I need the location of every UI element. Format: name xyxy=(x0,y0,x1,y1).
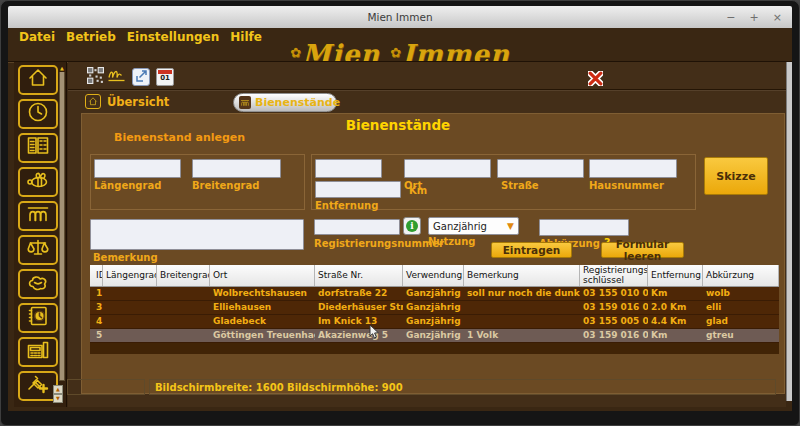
cell: Km xyxy=(648,329,703,342)
cell: Ganzjährig xyxy=(403,287,464,300)
cell: Göttingen Treuenhagen xyxy=(210,329,315,342)
sidebar-journal-button[interactable] xyxy=(18,303,58,333)
calendar-icon: 01 xyxy=(158,70,172,84)
close-button[interactable]: × xyxy=(773,11,782,24)
scroll-up-icon[interactable]: ▲ xyxy=(59,65,65,72)
window-controls: − + × xyxy=(726,6,782,28)
sidebar-scrollbar[interactable]: ▲ xyxy=(59,65,65,381)
cell: Ganzjährig xyxy=(403,329,464,342)
formular-leeren-button[interactable]: Formular leeren xyxy=(601,242,684,258)
sidebar-scale-button[interactable] xyxy=(18,235,58,265)
signature-button[interactable] xyxy=(108,68,126,86)
sidebar-medical-button[interactable] xyxy=(18,371,58,401)
apiary-stand-icon xyxy=(25,202,51,230)
app-window: Mien Immen − + × Datei Betrieb Einstellu… xyxy=(0,0,800,426)
laengengrad-label: Längengrad xyxy=(94,180,161,191)
tab-bienenstaende[interactable]: Bienenstände xyxy=(233,93,337,112)
sidebar-report-button[interactable] xyxy=(18,133,58,163)
eintragen-button[interactable]: Eintragen xyxy=(491,242,572,258)
qr-code-button[interactable] xyxy=(86,68,104,86)
bienenstaende-panel: Bienenstände Bienenstand anlegen Längeng… xyxy=(81,113,785,394)
platz-input[interactable] xyxy=(315,159,382,178)
bemerkung-label: Bemerkung xyxy=(93,252,158,263)
cell xyxy=(157,315,210,328)
home-icon xyxy=(25,66,51,94)
col-header-strasse: Straße Nr. xyxy=(315,265,403,286)
col-header-abkuerzung: Abkürzung xyxy=(703,265,779,286)
table-row[interactable]: 3 Elliehausen Diederhäuser Str. 16a Ganz… xyxy=(90,301,779,315)
tab-bar: Übersicht Bienenstände xyxy=(68,91,786,115)
sidebar-swarm-button[interactable] xyxy=(18,269,58,299)
abkuerzung-input[interactable] xyxy=(539,219,629,236)
table-row[interactable]: 1 Wolbrechtshausen dorfstraße 22 Ganzjäh… xyxy=(90,287,779,301)
breitengrad-label: Breitengrad xyxy=(192,180,259,191)
mouse-cursor xyxy=(369,324,381,344)
col-header-id: ID xyxy=(90,265,103,286)
chevron-down-icon: ▼ xyxy=(507,221,514,231)
strasse-input[interactable] xyxy=(497,159,584,178)
info-icon: i xyxy=(406,220,418,232)
col-header-laengengrad: Längengrad xyxy=(103,265,157,286)
minimize-button[interactable]: − xyxy=(726,11,735,24)
table-header-row: ID Längengrad Breitengrad Ort Straße Nr.… xyxy=(90,265,779,287)
cell xyxy=(157,287,210,300)
table-row-selected[interactable]: 5 Göttingen Treuenhagen Akazienweg 5 Gan… xyxy=(90,329,779,343)
registrierungsnummer-input[interactable] xyxy=(314,219,400,235)
main-area: 01 Übersicht Bienenstände xyxy=(68,62,786,407)
syringe-plus-icon xyxy=(25,372,51,400)
cell: 4.4 Km xyxy=(648,315,703,328)
entfernung-input[interactable] xyxy=(315,181,401,198)
sidebar-bee-button[interactable] xyxy=(18,167,58,197)
window-title: Mien Immen xyxy=(367,11,432,23)
cell: Ganzjährig xyxy=(403,301,464,314)
close-form-button[interactable] xyxy=(588,71,603,90)
cell xyxy=(103,329,157,342)
apiaries-table: ID Längengrad Breitengrad Ort Straße Nr.… xyxy=(90,265,779,354)
info-button[interactable]: i xyxy=(403,217,421,235)
cell: wolb xyxy=(703,287,779,300)
cell: 1 Volk xyxy=(464,329,580,342)
cell: 03 159 016 0536 xyxy=(580,301,648,314)
calendar-button[interactable]: 01 xyxy=(156,68,174,86)
create-section-label: Bienenstand anlegen xyxy=(114,131,245,144)
maximize-button[interactable]: + xyxy=(750,11,759,24)
external-link-button[interactable] xyxy=(132,68,150,86)
registrierungsnummer-label: Registrierungsnummer xyxy=(314,238,444,249)
cell xyxy=(103,287,157,300)
cell: 3 xyxy=(90,301,103,314)
cell: Gladebeck xyxy=(210,315,315,328)
status-section-left xyxy=(67,379,145,395)
breitengrad-input[interactable] xyxy=(192,159,281,178)
sidebar-apiary-stand-button[interactable] xyxy=(18,201,58,231)
sidebar-cash-register-button[interactable] xyxy=(18,337,58,367)
titlebar[interactable]: Mien Immen − + × xyxy=(8,6,792,28)
clock-icon xyxy=(26,100,50,128)
hausnummer-label: Hausnummer xyxy=(589,180,664,191)
laengengrad-input[interactable] xyxy=(94,159,181,178)
bee-icon xyxy=(25,168,51,196)
ort-input[interactable] xyxy=(404,159,491,178)
bemerkung-textarea[interactable] xyxy=(90,219,304,250)
report-list-icon xyxy=(25,134,51,162)
skizze-button[interactable]: Skizze xyxy=(704,157,768,195)
cell xyxy=(157,329,210,342)
col-header-registrierungsschluessel: Registrierungs schlüssel xyxy=(580,265,648,286)
cell xyxy=(157,301,210,314)
spinner-up-button[interactable]: ▲ xyxy=(53,385,63,394)
cell: Diederhäuser Str. 16a xyxy=(315,301,403,314)
home-icon xyxy=(85,94,101,109)
table-row[interactable]: 4 Gladebeck Im Knick 13 Ganzjährig 03 15… xyxy=(90,315,779,329)
col-header-verwendung: Verwendung xyxy=(403,265,464,286)
hausnummer-input[interactable] xyxy=(589,159,677,178)
tab-uebersicht[interactable]: Übersicht xyxy=(85,94,169,109)
spinner-down-button[interactable]: ▼ xyxy=(53,394,63,403)
scale-icon xyxy=(25,236,51,264)
entfernung-label: Entfernung xyxy=(315,200,378,211)
signature-icon xyxy=(107,67,127,88)
nutzung-dropdown[interactable]: Ganzjährig ▼ xyxy=(428,217,519,235)
flower-ornament-icon: ✿ xyxy=(290,45,302,60)
cell: Km xyxy=(648,287,703,300)
sidebar-home-button[interactable] xyxy=(18,65,58,95)
window-vertical-scrollbar[interactable] xyxy=(786,62,792,401)
sidebar-clock-button[interactable] xyxy=(18,99,58,129)
